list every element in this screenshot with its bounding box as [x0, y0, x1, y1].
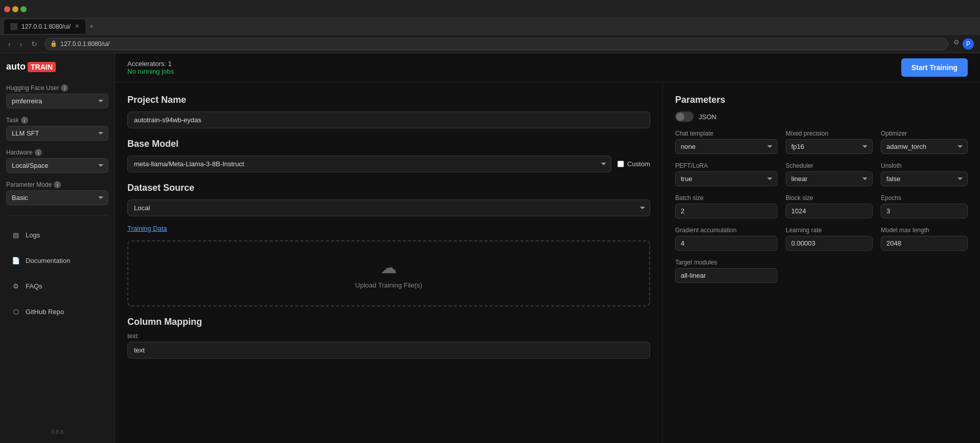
start-training-button[interactable]: Start Training	[901, 58, 968, 77]
scheduler-label: Scheduler	[786, 162, 873, 169]
logo-auto: auto	[6, 61, 26, 72]
sidebar-item-logs[interactable]: ▤ Logs	[6, 226, 108, 243]
custom-checkbox-label[interactable]: Custom	[617, 160, 650, 168]
batch-size-input[interactable]	[675, 204, 777, 218]
main-content: Accelerators: 1 No running jobs Start Tr…	[115, 53, 980, 443]
profile-icon[interactable]: P	[963, 38, 974, 50]
sidebar-item-faqs[interactable]: ⚙ FAQs	[6, 277, 108, 295]
browser-bar	[0, 0, 980, 18]
docs-icon: 📄	[11, 256, 20, 265]
sidebar-item-logs-label: Logs	[26, 231, 40, 239]
navigation-bar: ‹ › ↻ 🔒 127.0.0.1:8080/ui/ ⚙ P	[0, 35, 980, 53]
optimizer-label: Optimizer	[881, 130, 968, 137]
mixed-precision-group: Mixed precision fp16	[786, 130, 873, 154]
upload-area[interactable]: ☁ Upload Training File(s)	[127, 240, 650, 306]
task-label: Task i	[6, 117, 108, 124]
gradient-acc-label: Gradient accumulation	[675, 227, 777, 234]
epochs-group: Epochs	[881, 194, 968, 218]
refresh-button[interactable]: ↻	[29, 39, 39, 49]
parameter-mode-info-icon: i	[54, 181, 61, 188]
batch-size-group: Batch size	[675, 194, 777, 218]
task-select[interactable]: LLM SFT	[6, 126, 108, 141]
chat-template-select[interactable]: none	[675, 139, 777, 154]
training-data-link[interactable]: Training Data	[127, 225, 650, 232]
optimizer-group: Optimizer adamw_torch	[881, 130, 968, 154]
left-panel: Project Name Base Model meta-llama/Meta-…	[115, 82, 663, 443]
unsloth-select[interactable]: false	[881, 171, 968, 186]
back-button[interactable]: ‹	[6, 39, 13, 49]
parameters-title: Parameters	[675, 95, 968, 105]
new-tab-button[interactable]: +	[85, 20, 98, 33]
parameter-mode-label: Parameter Mode i	[6, 181, 108, 188]
task-section: Task i LLM SFT	[6, 117, 108, 141]
hardware-info-icon: i	[35, 149, 42, 156]
gradient-acc-group: Gradient accumulation	[675, 227, 777, 251]
block-size-input[interactable]	[786, 204, 873, 218]
sidebar-item-documentation[interactable]: 📄 Documentation	[6, 252, 108, 269]
tab-title: 127.0.0.1:8080/ui/	[21, 23, 71, 30]
no-running-jobs: No running jobs	[127, 68, 174, 75]
logo-train: TRAIN	[28, 62, 56, 72]
target-modules-group: Target modules	[675, 259, 777, 283]
task-info-icon: i	[21, 117, 28, 124]
scheduler-select[interactable]: linear	[786, 171, 873, 186]
project-name-input[interactable]	[127, 112, 650, 128]
parameter-mode-select[interactable]: Basic	[6, 190, 108, 205]
base-model-select[interactable]: meta-llama/Meta-Llama-3-8B-Instruct	[127, 156, 611, 172]
text-field-input[interactable]	[127, 342, 650, 359]
hf-user-label: Hugging Face User i	[6, 84, 108, 92]
custom-label-text: Custom	[627, 160, 650, 168]
sidebar-divider	[6, 215, 108, 216]
forward-button[interactable]: ›	[18, 39, 25, 49]
sidebar-item-github[interactable]: ⬡ GitHub Repo	[6, 303, 108, 320]
learning-rate-group: Learning rate	[786, 227, 873, 251]
unsloth-label: Unsloth	[881, 162, 968, 169]
faqs-icon: ⚙	[11, 281, 20, 291]
sidebar: auto TRAIN Hugging Face User i pmferreir…	[0, 53, 115, 443]
gradient-acc-input[interactable]	[675, 236, 777, 251]
active-tab[interactable]: 127.0.0.1:8080/ui/ ✕	[4, 19, 85, 34]
json-toggle-switch[interactable]	[675, 112, 694, 122]
top-bar: Accelerators: 1 No running jobs Start Tr…	[115, 53, 980, 82]
sidebar-item-docs-label: Documentation	[26, 257, 70, 264]
chat-template-label: Chat template	[675, 130, 777, 137]
json-toggle-row: JSON	[675, 112, 968, 122]
unsloth-group: Unsloth false	[881, 162, 968, 186]
right-panel: Parameters JSON Chat template none	[663, 82, 980, 443]
tab-close-icon[interactable]: ✕	[75, 23, 79, 30]
learning-rate-input[interactable]	[786, 236, 873, 251]
target-modules-label: Target modules	[675, 259, 777, 266]
block-size-group: Block size	[786, 194, 873, 218]
upload-icon: ☁	[145, 258, 633, 277]
dataset-source-select[interactable]: Local	[127, 200, 650, 216]
model-max-length-label: Model max length	[881, 227, 968, 234]
sidebar-item-github-label: GitHub Repo	[26, 308, 64, 316]
text-field-label: text:	[127, 333, 650, 340]
hardware-section: Hardware i Local/Space	[6, 149, 108, 173]
hardware-label: Hardware i	[6, 149, 108, 156]
peft-lora-select[interactable]: true	[675, 171, 777, 186]
base-model-row: meta-llama/Meta-Llama-3-8B-Instruct Cust…	[127, 156, 650, 172]
custom-checkbox[interactable]	[617, 161, 624, 167]
hardware-select[interactable]: Local/Space	[6, 158, 108, 173]
scheduler-group: Scheduler linear	[786, 162, 873, 186]
column-mapping-title: Column Mapping	[127, 317, 650, 327]
hf-user-section: Hugging Face User i pmferreira	[6, 84, 108, 108]
url-text: 127.0.0.1:8080/ui/	[60, 40, 109, 48]
model-max-length-input[interactable]	[881, 236, 968, 251]
mixed-precision-label: Mixed precision	[786, 130, 873, 137]
extension-icon[interactable]: ⚙	[953, 38, 960, 50]
url-bar[interactable]: 🔒 127.0.0.1:8080/ui/	[44, 38, 948, 50]
optimizer-select[interactable]: adamw_torch	[881, 139, 968, 154]
peft-lora-group: PEFT/LoRA true	[675, 162, 777, 186]
upload-label: Upload Training File(s)	[145, 281, 633, 289]
epochs-input[interactable]	[881, 204, 968, 218]
parameter-mode-section: Parameter Mode i Basic	[6, 181, 108, 205]
target-modules-input[interactable]	[675, 268, 777, 283]
logs-icon: ▤	[11, 230, 20, 239]
content-split: Project Name Base Model meta-llama/Meta-…	[115, 82, 980, 443]
github-icon: ⬡	[11, 307, 20, 316]
mixed-precision-select[interactable]: fp16	[786, 139, 873, 154]
hf-user-select[interactable]: pmferreira	[6, 94, 108, 108]
learning-rate-label: Learning rate	[786, 227, 873, 234]
